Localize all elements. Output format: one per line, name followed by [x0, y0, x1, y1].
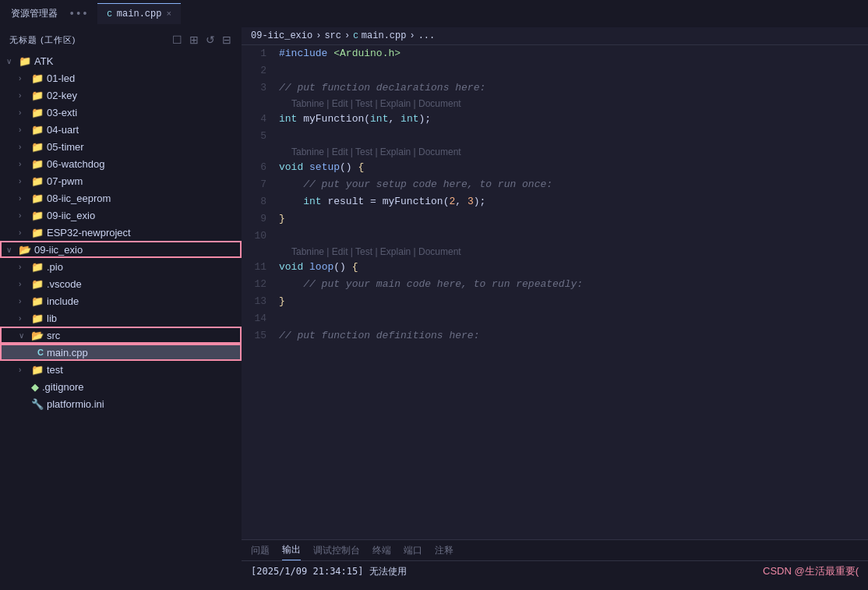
sidebar-header-icons: ☐ ⊞ ↺ ⊟: [172, 34, 232, 46]
sidebar-item-label: 09-iic_exio: [34, 244, 83, 256]
line-number: 7: [242, 176, 279, 193]
line-content[interactable]: // put your setup code here, to run once…: [279, 176, 868, 193]
arrow-icon: ›: [19, 160, 31, 168]
sidebar-item-label: ATK: [34, 55, 53, 67]
collapse-icon[interactable]: ⊟: [222, 34, 232, 46]
line-number: 15: [242, 327, 279, 344]
code-line-7: 7 // put your setup code here, to run on…: [242, 176, 868, 193]
sidebar-item-label: src: [47, 330, 60, 341]
sidebar-item-main-cpp[interactable]: C main.cpp: [0, 344, 242, 361]
breadcrumb: 09-iic_exio › src › C main.cpp › ...: [242, 27, 868, 45]
tab-port[interactable]: 端口: [404, 544, 422, 560]
sidebar-item-label: include: [47, 295, 79, 307]
sidebar-item-01-led[interactable]: › 📁 01-led: [0, 69, 242, 87]
arrow-icon: ›: [19, 366, 31, 374]
tab-debug-console[interactable]: 调试控制台: [313, 544, 360, 560]
folder-open-icon: 📂: [19, 244, 31, 256]
tab-output[interactable]: 输出: [282, 543, 301, 560]
explorer-label: 资源管理器: [6, 7, 62, 20]
sidebar-item-atk[interactable]: ∨ 📁 ATK: [0, 52, 242, 69]
line-number: 12: [242, 276, 279, 293]
sidebar-item-lib[interactable]: › 📁 lib: [0, 309, 242, 327]
line-content[interactable]: // put function declarations here:: [279, 79, 868, 97]
sidebar-item-07-pwm[interactable]: › 📁 07-pwm: [0, 172, 242, 189]
tab-file-icon: C: [107, 9, 112, 19]
tab-close-icon[interactable]: ×: [166, 9, 171, 19]
new-file-icon[interactable]: ☐: [172, 34, 183, 46]
sidebar-item-09-iic-exio-open[interactable]: ∨ 📂 09-iic_exio: [0, 241, 242, 258]
breadcrumb-sep3: ›: [409, 30, 415, 41]
tabnine-suggestion-2: Tabnine | Edit | Test | Explain | Docume…: [242, 145, 868, 159]
sidebar-item-label: 09-iic_exio: [47, 210, 95, 221]
main-content: 无标题 (工作区) ☐ ⊞ ↺ ⊟ ∨ 📁 ATK › 📁 01-led › 📁…: [0, 27, 868, 590]
arrow-icon: ∨: [6, 246, 19, 254]
sidebar-item-08-iic-eeprom[interactable]: › 📁 08-iic_eeprom: [0, 189, 242, 207]
sidebar-item-pio[interactable]: › 📁 .pio: [0, 258, 242, 275]
refresh-icon[interactable]: ↺: [206, 34, 216, 46]
sidebar-item-gitignore[interactable]: ◆ .gitignore: [0, 378, 242, 395]
folder-icon: 📁: [31, 158, 44, 170]
line-content[interactable]: void loop() {: [279, 259, 868, 276]
arrow-icon: ›: [19, 74, 31, 83]
sidebar-item-label: 06-watchdog: [47, 158, 104, 170]
line-content[interactable]: int myFunction(int, int);: [279, 111, 868, 128]
tab-main-cpp[interactable]: C main.cpp ×: [97, 3, 181, 24]
arrow-icon: ›: [19, 91, 31, 100]
sidebar-item-02-key[interactable]: › 📁 02-key: [0, 87, 242, 104]
bottom-panel: 问题 输出 调试控制台 终端 端口 注释 [2025/1/09 21:34:15…: [242, 539, 868, 590]
arrow-icon: ›: [19, 194, 31, 203]
line-content[interactable]: #include <Arduino.h>: [279, 45, 868, 62]
sidebar-item-label: 07-pwm: [47, 175, 83, 187]
tabnine-label[interactable]: Tabnine | Edit | Test | Explain | Docume…: [291, 98, 461, 109]
editor-area: 09-iic_exio › src › C main.cpp › ... 1 #…: [242, 27, 868, 590]
line-content[interactable]: // put your main code here, to run repea…: [279, 276, 868, 293]
tab-problems[interactable]: 问题: [251, 544, 270, 560]
editor-content[interactable]: 1 #include <Arduino.h> 2 3 // put functi…: [242, 45, 868, 539]
folder-icon: 📁: [31, 72, 44, 84]
line-number: 5: [242, 128, 279, 145]
folder-icon: 📁: [31, 364, 44, 376]
arrow-icon: ›: [19, 143, 31, 151]
sidebar-item-test[interactable]: › 📁 test: [0, 361, 242, 378]
line-content[interactable]: }: [279, 210, 868, 228]
tab-label: main.cpp: [117, 9, 162, 19]
output-text: [2025/1/09 21:34:15] 无法使用: [251, 565, 407, 578]
sidebar-item-03-exti[interactable]: › 📁 03-exti: [0, 104, 242, 121]
title-bar: 资源管理器 ••• C main.cpp ×: [0, 0, 868, 27]
tabnine-label[interactable]: Tabnine | Edit | Test | Explain | Docume…: [291, 147, 461, 157]
breadcrumb-file-icon: C: [353, 31, 358, 41]
line-content[interactable]: int result = myFunction(2, 3);: [279, 193, 868, 210]
tabnine-label[interactable]: Tabnine | Edit | Test | Explain | Docume…: [291, 246, 461, 257]
line-content[interactable]: void setup() {: [279, 159, 868, 176]
folder-icon: 📁: [31, 261, 44, 273]
workspace-label: 无标题 (工作区): [9, 34, 76, 46]
sidebar-item-09-iic-exio-atk[interactable]: › 📁 09-iic_exio: [0, 207, 242, 224]
breadcrumb-sep: ›: [316, 30, 321, 41]
sidebar-item-src[interactable]: ∨ 📂 src: [0, 327, 242, 344]
line-content[interactable]: // put function definitions here:: [279, 327, 868, 344]
bottom-content: [2025/1/09 21:34:15] 无法使用 CSDN @生活最重要(: [242, 561, 868, 581]
sidebar-item-06-watchdog[interactable]: › 📁 06-watchdog: [0, 155, 242, 172]
tab-terminal[interactable]: 终端: [372, 544, 391, 560]
line-content[interactable]: }: [279, 293, 868, 310]
sidebar-item-label: test: [47, 364, 63, 376]
line-number: 11: [242, 259, 279, 276]
sidebar-item-04-uart[interactable]: › 📁 04-uart: [0, 121, 242, 138]
sidebar-item-platformio[interactable]: 🔧 platformio.ini: [0, 395, 242, 412]
more-button[interactable]: •••: [69, 8, 88, 20]
tab-comments[interactable]: 注释: [435, 544, 453, 560]
new-folder-icon[interactable]: ⊞: [189, 34, 199, 46]
breadcrumb-part-3: main.cpp: [362, 30, 407, 41]
sidebar-item-05-timer[interactable]: › 📁 05-timer: [0, 138, 242, 155]
sidebar-item-esp32[interactable]: › 📁 ESP32-newproject: [0, 224, 242, 241]
sidebar-item-label: .pio: [47, 261, 63, 273]
arrow-icon: ›: [19, 280, 31, 288]
breadcrumb-part-4: ...: [418, 30, 436, 41]
sidebar-item-vscode[interactable]: › 📁 .vscode: [0, 275, 242, 292]
code-line-1: 1 #include <Arduino.h>: [242, 45, 868, 62]
folder-icon: 📁: [31, 124, 44, 136]
sidebar-item-include[interactable]: › 📁 include: [0, 292, 242, 309]
sidebar-item-label: platformio.ini: [47, 398, 104, 410]
folder-icon: 📁: [31, 175, 44, 187]
sidebar-item-label: lib: [47, 313, 57, 324]
